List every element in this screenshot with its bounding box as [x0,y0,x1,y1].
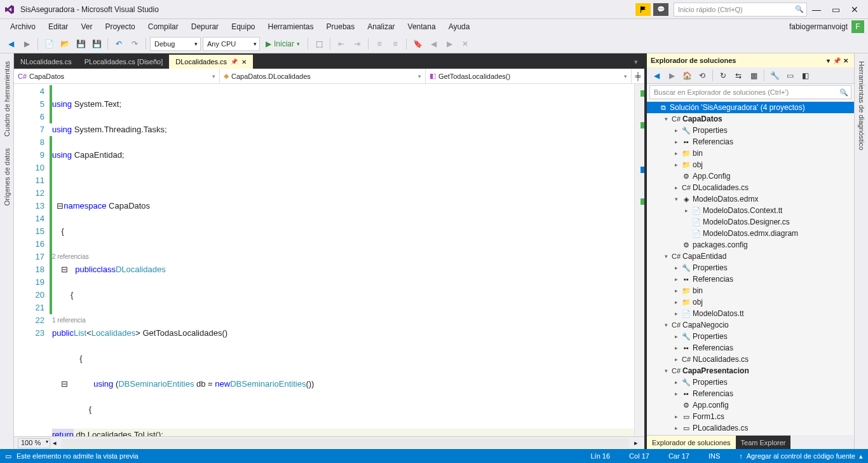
pin-icon[interactable]: 📌 [231,59,238,65]
bm-next-button[interactable]: ▶ [442,37,456,51]
tree-node[interactable]: ▸📄ModeloDatos.Context.tt [647,205,854,216]
scrollbar[interactable] [634,84,644,436]
save-button[interactable]: 💾 [74,37,88,51]
save-all-button[interactable]: 💾 [90,37,104,51]
tree-node[interactable]: ▸▪▪Referencias [647,136,854,148]
expand-icon[interactable]: ▾ [662,116,670,122]
code-content[interactable]: using System.Text; using System.Threadin… [52,84,634,436]
nav-back-button[interactable]: ◀ [4,37,18,51]
expand-icon[interactable]: ▸ [672,265,680,271]
expand-icon[interactable]: ▸ [672,413,680,420]
tree-node[interactable]: 📄ModeloDatos.edmx.diagram [647,228,854,239]
sol-fwd-button[interactable]: ▶ [665,69,679,83]
bm-prev-button[interactable]: ◀ [426,37,440,51]
expand-icon[interactable]: ▸ [672,299,680,305]
tree-node[interactable]: ▸▭PLocalidades.cs [647,422,854,434]
minimize-button[interactable]: — [807,4,826,15]
expand-icon[interactable]: ▸ [672,127,680,134]
tree-node[interactable]: ▸📁obj [647,159,854,170]
panel-pin-button[interactable]: 📌 [832,57,841,64]
solution-tree[interactable]: ⧉ Solución 'SisAseguradora' (4 proyectos… [647,100,854,435]
tab-nlocalidades[interactable]: NLocalidades.cs [14,55,78,69]
expand-icon[interactable]: ▾ [662,322,670,328]
menu-ventana[interactable]: Ventana [402,22,442,31]
nav-class-combo[interactable]: ◆CapaDatos.DLocalidades [220,69,426,83]
tree-node[interactable]: ▸🔧Properties [647,377,854,388]
datasources-tab[interactable]: Orígenes de datos [2,143,12,211]
tree-node[interactable]: ▸C#NLocalidades.cs [647,354,854,365]
sol-back-button[interactable]: ◀ [649,69,663,83]
zoom-combo[interactable]: 100 % [18,438,50,448]
tree-node[interactable]: ▸▪▪Referencias [647,342,854,354]
indent-right-button[interactable]: ⇥ [350,37,364,51]
tabs-overflow-button[interactable]: ▾ [628,55,644,69]
codelens-ref[interactable]: 2 referencias [52,251,89,263]
sol-properties-button[interactable]: 🔧 [768,69,782,83]
menu-compilar[interactable]: Compilar [142,22,185,31]
expand-icon[interactable]: ▸ [672,276,680,282]
nav-project-combo[interactable]: C#CapaDatos [14,69,220,83]
redo-button[interactable]: ↷ [128,37,142,51]
scroll-right-button[interactable]: ▸ [632,439,641,447]
scroll-left-button[interactable]: ◂ [50,439,59,447]
open-button[interactable]: 📂 [58,37,72,51]
tree-node[interactable]: ▸C#DLocalidades.cs [647,182,854,193]
notifications-icon[interactable]: 💬 [653,3,668,16]
menu-analizar[interactable]: Analizar [361,22,401,31]
close-tab-icon[interactable]: ✕ [241,59,247,66]
tree-node[interactable]: ▸📁bin [647,285,854,296]
menu-herramientas[interactable]: Herramientas [262,22,320,31]
indent-left-button[interactable]: ⇤ [334,37,348,51]
tool-btn-1[interactable]: ⬚ [312,37,326,51]
quick-launch-input[interactable]: Inicio rápido (Ctrl+Q) 🔍 [674,3,807,17]
comment-button[interactable]: ≡ [372,37,386,51]
tab-solution-explorer[interactable]: Explorador de soluciones [647,435,736,449]
undo-button[interactable]: ↶ [112,37,126,51]
sol-home-button[interactable]: 🏠 [680,69,694,83]
menu-equipo[interactable]: Equipo [225,22,261,31]
expand-icon[interactable]: ▸ [672,162,680,168]
expand-icon[interactable]: ▸ [672,425,680,431]
source-control-button[interactable]: ↑ Agregar al control de código fuente ▴ [739,452,863,460]
tab-plocalidades[interactable]: PLocalidades.cs [Diseño] [78,55,170,69]
expand-icon[interactable]: ▸ [672,333,680,340]
panel-close-button[interactable]: ✕ [841,57,850,64]
tree-node[interactable]: ▸▪▪Referencias [647,388,854,399]
tree-node[interactable]: ▾C#CapaPresentacion [647,365,854,377]
menu-ayuda[interactable]: Ayuda [442,22,477,31]
sol-view-button[interactable]: ◧ [798,69,812,83]
tree-node[interactable]: ▸🔧Properties [647,331,854,342]
uncomment-button[interactable]: ≡ [388,37,402,51]
menu-editar[interactable]: Editar [42,22,74,31]
panel-dropdown-button[interactable]: ▾ [824,57,832,64]
new-project-button[interactable]: 📄 [42,37,56,51]
tree-node[interactable]: ▾C#CapaEntidad [647,251,854,262]
user-name[interactable]: fabiogermanvoigt [789,22,848,31]
h-scrollbar[interactable] [62,439,629,448]
sol-preview-button[interactable]: ▭ [783,69,797,83]
sol-collapse-button[interactable]: ⇆ [731,69,745,83]
close-button[interactable]: ✕ [845,4,864,15]
tree-node[interactable]: ▸📄ModeloDatos.tt [647,308,854,319]
solution-search-input[interactable]: Buscar en Explorador de soluciones (Ctrl… [649,85,851,99]
sol-showall-button[interactable]: ▦ [747,69,761,83]
expand-icon[interactable]: ▸ [672,310,680,317]
expand-icon[interactable]: ▾ [662,253,670,259]
expand-icon[interactable]: ▸ [672,139,680,145]
expand-icon[interactable]: ▸ [672,184,680,191]
flag-icon[interactable] [635,3,651,16]
tab-dlocalidades[interactable]: DLocalidades.cs📌✕ [169,55,253,69]
expand-icon[interactable]: ▾ [662,368,670,374]
nav-fwd-button[interactable]: ▶ [20,37,34,51]
tree-node[interactable]: ▾◈ModeloDatos.edmx [647,193,854,205]
user-avatar[interactable]: F [851,20,864,33]
diagnostics-tab[interactable]: Herramientas de diagnóstico [857,56,867,155]
tree-node[interactable]: ▸▭Form1.cs [647,411,854,422]
platform-combo[interactable]: Any CPU [203,37,260,51]
config-combo[interactable]: Debug [150,37,201,51]
restore-button[interactable]: ▭ [826,4,845,15]
tree-node[interactable]: ▸🔧Properties [647,262,854,273]
tree-node[interactable]: ▸🔧Properties [647,125,854,136]
tree-node[interactable]: ⚙App.config [647,399,854,411]
tree-node[interactable]: ▾C#CapaDatos [647,113,854,125]
